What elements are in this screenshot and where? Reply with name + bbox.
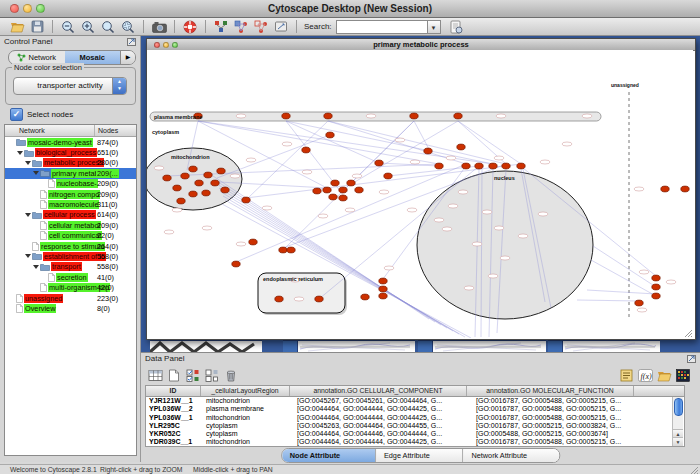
disclosure-triangle-icon[interactable]: [17, 151, 23, 155]
table-row[interactable]: YLR295Ccytoplasm[GO:0045263, GO:0044464,…: [146, 422, 684, 430]
network-window-zoom-button[interactable]: [172, 42, 178, 48]
network-node[interactable]: [652, 284, 660, 290]
network-edge[interactable]: [286, 121, 379, 163]
tree-row[interactable]: transport558(0): [5, 262, 136, 272]
network-node[interactable]: [163, 175, 171, 181]
tab-network-attribute-browser[interactable]: Network Attribute Browser: [463, 449, 559, 462]
network-node[interactable]: [339, 187, 347, 193]
network-node[interactable]: [221, 187, 229, 193]
network-node[interactable]: [379, 278, 387, 284]
network-edge[interactable]: [328, 121, 466, 164]
network-edge[interactable]: [328, 121, 506, 164]
network-node[interactable]: [457, 144, 465, 150]
tree-row[interactable]: metabolic process280(0): [5, 158, 136, 168]
background-window[interactable]: [283, 340, 415, 352]
network-node[interactable]: [375, 160, 383, 166]
tree-row[interactable]: nitrogen compo209(0): [5, 189, 136, 199]
network-node[interactable]: [249, 239, 257, 245]
network-node[interactable]: [279, 247, 287, 253]
network-node[interactable]: [475, 163, 483, 169]
table-row[interactable]: YKR052Ccytoplasm[GO:0044464, GO:0044446,…: [146, 430, 684, 438]
tree-row[interactable]: multi-organism pro42(0): [5, 282, 136, 292]
network-node[interactable]: [329, 194, 337, 200]
vizmapper-icon[interactable]: [213, 19, 229, 35]
float-data-panel-icon[interactable]: [687, 355, 696, 363]
column-header[interactable]: annotation.GO MOLECULAR_FUNCTION: [467, 386, 634, 396]
background-window[interactable]: [548, 340, 660, 352]
network-node[interactable]: [502, 163, 510, 169]
network-node[interactable]: [287, 247, 295, 253]
node-color-select[interactable]: transporter activity ▲▼: [13, 77, 127, 95]
tree-header-nodes[interactable]: Nodes: [95, 125, 136, 136]
network-node[interactable]: [313, 188, 321, 194]
delete-attribute-icon[interactable]: [223, 368, 239, 383]
network-node[interactable]: [462, 163, 470, 169]
network-node[interactable]: [635, 300, 643, 306]
select-attributes-icon[interactable]: [185, 368, 201, 383]
tree-row[interactable]: secretion41(0): [5, 272, 136, 282]
network-node[interactable]: [324, 113, 332, 119]
network-node[interactable]: [232, 261, 240, 267]
select-nodes-checkbox[interactable]: ✓: [10, 108, 23, 121]
background-window[interactable]: [418, 340, 546, 352]
table-row[interactable]: YDR039C__1mitochondrion[GO:0044464, GO:0…: [146, 438, 684, 446]
network-node[interactable]: [275, 296, 283, 302]
column-header[interactable]: annotation.GO CELLULAR_COMPONENT: [290, 386, 467, 396]
network-node[interactable]: [661, 186, 669, 192]
network-node[interactable]: [204, 172, 212, 178]
network-node[interactable]: [242, 197, 250, 203]
scroll-down-button[interactable]: ▼: [673, 437, 683, 446]
import-attributes-icon[interactable]: [656, 368, 672, 383]
network-node[interactable]: [410, 113, 418, 119]
plugin-manager-icon[interactable]: [448, 19, 464, 35]
table-scrollbar[interactable]: ▲ ▼: [672, 397, 683, 446]
table-row[interactable]: YPL036W__1mitochondrion[GO:0044464, GO:0…: [146, 414, 684, 422]
help-icon[interactable]: [182, 19, 198, 35]
minimize-button[interactable]: [23, 4, 32, 13]
tree-header-network[interactable]: Network: [5, 125, 95, 136]
table-row[interactable]: YPL036W__2plasma membrane[GO:0044464, GO…: [146, 405, 684, 413]
resize-grip[interactable]: [690, 466, 699, 474]
network-node[interactable]: [489, 163, 497, 169]
save-session-icon[interactable]: [29, 19, 45, 35]
edit-network-icon[interactable]: [233, 19, 249, 35]
network-node[interactable]: [652, 293, 660, 299]
network-node[interactable]: [217, 168, 225, 174]
tree-row[interactable]: cellular process614(0): [5, 210, 136, 220]
network-node[interactable]: [189, 166, 197, 172]
tree-row[interactable]: mosaic-demo-yeast874(0): [5, 137, 136, 147]
network-node[interactable]: [282, 113, 290, 119]
network-node[interactable]: [339, 195, 347, 201]
disclosure-triangle-icon[interactable]: [33, 171, 39, 175]
tree-row[interactable]: establishment of lo558(0): [5, 251, 136, 261]
annotation-icon[interactable]: [273, 19, 289, 35]
snapshot-icon[interactable]: [151, 19, 167, 35]
attribute-table-icon[interactable]: [147, 368, 163, 383]
tab-edge-attribute-browser[interactable]: Edge Attribute Browser: [376, 449, 464, 462]
network-node[interactable]: [326, 132, 334, 138]
network-node[interactable]: [384, 173, 392, 179]
close-button[interactable]: [10, 4, 19, 13]
column-header[interactable]: _cellularLayoutRegion: [201, 386, 290, 396]
network-canvas[interactable]: plasma membranecytoplasmmitochondrionnuc…: [147, 50, 693, 338]
search-input[interactable]: [336, 20, 428, 34]
disclosure-triangle-icon[interactable]: [33, 265, 39, 269]
heatmap-icon[interactable]: [675, 368, 691, 383]
network-edge[interactable]: [458, 121, 521, 164]
tree-row[interactable]: nucleobase-209(0): [5, 179, 136, 189]
attribute-list-icon[interactable]: [618, 368, 634, 383]
network-node[interactable]: [424, 148, 432, 154]
tab-overflow-button[interactable]: ▶: [120, 51, 135, 64]
network-view-window[interactable]: primary metabolic process plasma membran…: [146, 38, 696, 340]
network-edge[interactable]: [414, 121, 430, 151]
tree-row[interactable]: cellular metabol209(0): [5, 220, 136, 230]
network-window-close-button[interactable]: [154, 42, 160, 48]
network-node[interactable]: [517, 163, 525, 169]
network-window-minimize-button[interactable]: [163, 42, 169, 48]
network-node[interactable]: [302, 147, 310, 153]
network-node[interactable]: [173, 185, 181, 191]
network-graph[interactable]: plasma membranecytoplasmmitochondrionnuc…: [147, 50, 693, 338]
network-node[interactable]: [189, 191, 197, 197]
network-node[interactable]: [379, 293, 387, 299]
network-node[interactable]: [454, 113, 462, 119]
